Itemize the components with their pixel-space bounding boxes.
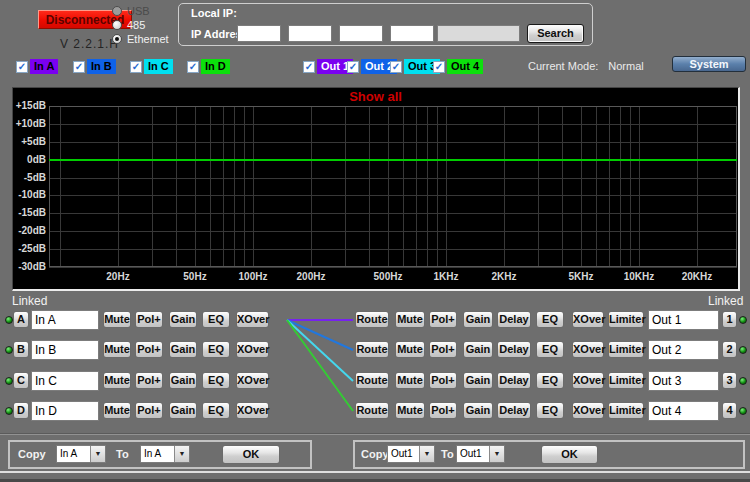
gain-button[interactable]: Gain bbox=[463, 341, 493, 358]
checkbox-icon[interactable]: ✓ bbox=[347, 61, 359, 73]
toggle-in-d[interactable]: ✓ In D bbox=[187, 59, 230, 74]
toggle-in-c[interactable]: ✓ In C bbox=[130, 59, 173, 74]
y-axis-tick-label: +15dB bbox=[15, 100, 46, 111]
divider bbox=[0, 471, 750, 473]
gain-button[interactable]: Gain bbox=[463, 311, 493, 328]
radio-label: Ethernet bbox=[127, 33, 169, 45]
xover-button[interactable]: XOver bbox=[572, 402, 604, 419]
checkbox-icon[interactable]: ✓ bbox=[16, 61, 28, 73]
ip-octet-4[interactable] bbox=[390, 25, 434, 42]
mute-button[interactable]: Mute bbox=[395, 372, 425, 389]
checkbox-icon[interactable]: ✓ bbox=[390, 61, 402, 73]
output-name-field[interactable] bbox=[648, 371, 719, 391]
select-value: Out1 bbox=[460, 448, 482, 459]
toggle-out-1[interactable]: ✓ Out 1 bbox=[303, 59, 353, 74]
delay-button[interactable]: Delay bbox=[497, 372, 531, 389]
radio-row-usb[interactable]: USB bbox=[112, 4, 169, 17]
checkbox-icon[interactable]: ✓ bbox=[73, 61, 85, 73]
route-button[interactable]: Route bbox=[355, 372, 389, 389]
search-button[interactable]: Search bbox=[527, 24, 584, 43]
eq-button[interactable]: EQ bbox=[536, 402, 564, 419]
output-row-2: Route Mute Pol+ Gain Delay EQ XOver Limi… bbox=[0, 340, 750, 361]
radio-icon[interactable] bbox=[112, 20, 122, 30]
copy-to-select[interactable]: In A ▼ bbox=[140, 445, 190, 463]
y-axis-tick-label: -10dB bbox=[15, 189, 46, 200]
output-channel-button[interactable]: 3 bbox=[722, 372, 737, 389]
to-label: To bbox=[116, 448, 129, 460]
xover-button[interactable]: XOver bbox=[572, 372, 604, 389]
mute-button[interactable]: Mute bbox=[395, 341, 425, 358]
limiter-button[interactable]: Limiter bbox=[608, 311, 644, 328]
toggle-in-b[interactable]: ✓ In B bbox=[73, 59, 116, 74]
delay-button[interactable]: Delay bbox=[497, 402, 531, 419]
linked-label-right: Linked bbox=[708, 294, 743, 308]
output-name-field[interactable] bbox=[648, 401, 719, 421]
ip-octet-1[interactable] bbox=[237, 25, 281, 42]
output-copy-panel: Copy Out1 ▼ To Out1 ▼ OK bbox=[353, 440, 745, 469]
output-channel-button[interactable]: 1 bbox=[722, 311, 737, 328]
checkbox-icon[interactable]: ✓ bbox=[130, 61, 142, 73]
polarity-button[interactable]: Pol+ bbox=[429, 402, 457, 419]
local-ip-title: Local IP: bbox=[191, 7, 237, 19]
output-row-1: Route Mute Pol+ Gain Delay EQ XOver Limi… bbox=[0, 310, 750, 331]
dropdown-arrow-icon[interactable]: ▼ bbox=[489, 446, 504, 462]
radio-label: USB bbox=[127, 5, 150, 17]
route-button[interactable]: Route bbox=[355, 402, 389, 419]
system-button[interactable]: System bbox=[672, 56, 746, 72]
toggle-in-a[interactable]: ✓ In A bbox=[16, 59, 58, 74]
route-button[interactable]: Route bbox=[355, 311, 389, 328]
limiter-button[interactable]: Limiter bbox=[608, 372, 644, 389]
current-mode-label: Current Mode: bbox=[528, 60, 598, 72]
ok-button[interactable]: OK bbox=[541, 445, 598, 464]
radio-icon[interactable] bbox=[112, 34, 122, 44]
x-axis-tick-label: 20KHz bbox=[672, 271, 722, 282]
output-name-field[interactable] bbox=[648, 310, 719, 330]
copy-from-select[interactable]: In A ▼ bbox=[56, 445, 106, 463]
copy-from-select[interactable]: Out1 ▼ bbox=[387, 445, 435, 463]
checkbox-icon[interactable]: ✓ bbox=[303, 61, 315, 73]
output-channel-button[interactable]: 2 bbox=[722, 341, 737, 358]
xover-button[interactable]: XOver bbox=[572, 341, 604, 358]
x-axis-tick-label: 20Hz bbox=[93, 271, 143, 282]
xover-button[interactable]: XOver bbox=[572, 311, 604, 328]
mute-button[interactable]: Mute bbox=[395, 311, 425, 328]
ok-button[interactable]: OK bbox=[222, 445, 280, 464]
copy-label: Copy bbox=[18, 448, 46, 460]
output-channel-button[interactable]: 4 bbox=[722, 402, 737, 419]
polarity-button[interactable]: Pol+ bbox=[429, 311, 457, 328]
eq-button[interactable]: EQ bbox=[536, 311, 564, 328]
toggle-label: Out 4 bbox=[447, 59, 483, 74]
mute-button[interactable]: Mute bbox=[395, 402, 425, 419]
device-field[interactable] bbox=[437, 25, 520, 42]
y-axis-tick-label: 0dB bbox=[15, 154, 46, 165]
eq-button[interactable]: EQ bbox=[536, 372, 564, 389]
delay-button[interactable]: Delay bbox=[497, 311, 531, 328]
radio-row-ethernet[interactable]: Ethernet bbox=[112, 32, 169, 45]
version-label: V 2.2.1.H bbox=[60, 37, 119, 51]
eq-button[interactable]: EQ bbox=[536, 341, 564, 358]
copy-to-select[interactable]: Out1 ▼ bbox=[456, 445, 505, 463]
checkbox-icon[interactable]: ✓ bbox=[433, 61, 445, 73]
gain-button[interactable]: Gain bbox=[463, 372, 493, 389]
delay-button[interactable]: Delay bbox=[497, 341, 531, 358]
gain-button[interactable]: Gain bbox=[463, 402, 493, 419]
gridline-h bbox=[49, 267, 737, 268]
dropdown-arrow-icon[interactable]: ▼ bbox=[90, 446, 105, 462]
dropdown-arrow-icon[interactable]: ▼ bbox=[419, 446, 434, 462]
limiter-button[interactable]: Limiter bbox=[608, 341, 644, 358]
output-name-field[interactable] bbox=[648, 340, 719, 360]
x-axis-tick-label: 200Hz bbox=[286, 271, 336, 282]
ip-octet-3[interactable] bbox=[339, 25, 383, 42]
limiter-button[interactable]: Limiter bbox=[608, 402, 644, 419]
radio-icon[interactable] bbox=[112, 6, 122, 16]
checkbox-icon[interactable]: ✓ bbox=[187, 61, 199, 73]
polarity-button[interactable]: Pol+ bbox=[429, 372, 457, 389]
ip-octet-2[interactable] bbox=[288, 25, 332, 42]
route-button[interactable]: Route bbox=[355, 341, 389, 358]
toggle-out-4[interactable]: ✓ Out 4 bbox=[433, 59, 483, 74]
toggle-label: In D bbox=[201, 59, 230, 74]
output-row-3: Route Mute Pol+ Gain Delay EQ XOver Limi… bbox=[0, 371, 750, 392]
radio-row-485[interactable]: 485 bbox=[112, 18, 169, 31]
polarity-button[interactable]: Pol+ bbox=[429, 341, 457, 358]
dropdown-arrow-icon[interactable]: ▼ bbox=[174, 446, 189, 462]
